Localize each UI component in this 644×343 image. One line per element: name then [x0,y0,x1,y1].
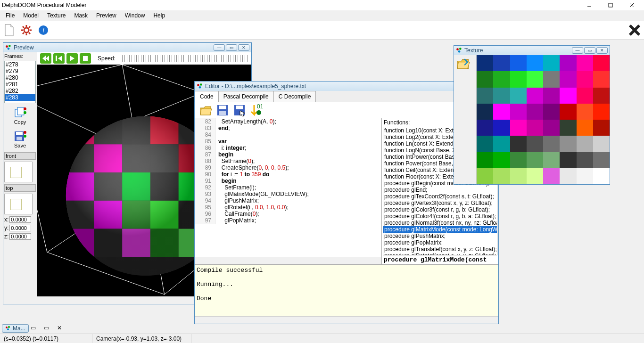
list-item[interactable]: #279 [5,68,35,74]
texture-swatch[interactable] [593,55,610,71]
step-back-button[interactable] [53,53,65,64]
list-item[interactable]: procedure glTexCoord2f(const s, t: GLflo… [383,193,497,200]
list-item[interactable]: procedure glMatrixMode(const mode: LongW… [383,226,497,233]
menu-help[interactable]: Help [149,11,169,20]
texture-swatch[interactable] [577,71,593,87]
tab-c[interactable]: C Decompile [273,91,316,102]
list-item[interactable]: procedure glEnd; [383,187,497,193]
save-button[interactable]: Save [4,129,36,150]
texture-swatch[interactable] [543,88,560,104]
texture-swatch[interactable] [510,120,527,136]
texture-maximize-button[interactable]: ▭ [584,47,595,54]
texture-swatch[interactable] [493,168,510,184]
list-item[interactable]: procedure glPopMatrix; [383,239,497,246]
texture-swatch[interactable] [477,88,493,104]
texture-swatch[interactable] [593,168,610,184]
texture-swatch[interactable] [560,71,576,87]
texture-swatch[interactable] [493,88,510,104]
coord-y-input[interactable] [9,225,31,231]
texture-swatch[interactable] [477,152,493,168]
texture-swatch[interactable] [577,104,593,120]
menu-window[interactable]: Window [121,11,149,20]
mask-restore-button[interactable]: ▭ [31,325,42,332]
texture-swatch[interactable] [510,55,527,71]
list-item[interactable]: #281 [5,81,35,88]
info-icon[interactable]: i [37,24,50,37]
open-texture-icon[interactable] [456,57,470,70]
texture-swatch[interactable] [543,55,560,71]
texture-swatch[interactable] [560,120,576,136]
minimap-top[interactable] [4,194,33,214]
tab-pascal[interactable]: Pascal Decompile [218,91,274,102]
list-item[interactable]: procedure glPushMatrix; [383,233,497,239]
texture-close-button[interactable]: ✕ [596,47,608,54]
copy-button[interactable]: Copy [4,105,36,127]
output-hscroll[interactable] [195,316,498,324]
texture-swatch[interactable] [560,88,576,104]
texture-swatch[interactable] [493,120,510,136]
texture-swatch[interactable] [527,71,543,87]
texture-swatch[interactable] [510,71,527,87]
speed-slider[interactable] [122,55,248,62]
open-folder-icon[interactable] [199,104,212,116]
save-icon[interactable] [216,104,229,116]
texture-swatch[interactable] [510,104,527,120]
texture-swatch[interactable] [493,71,510,87]
mask-title[interactable]: Ma... [2,324,29,333]
texture-swatch[interactable] [527,104,543,120]
frames-list[interactable]: #278 #279 #280 #281 #282 #283 [4,61,36,103]
main-close-button[interactable] [621,0,642,10]
texture-swatch[interactable] [593,71,610,87]
list-item[interactable]: procedure glTranslatef(const x, y, z: GL… [383,246,497,253]
code-editor[interactable]: 82 SetArrayLength(A, 0);83end;8485var86 … [195,118,381,257]
texture-swatch[interactable] [593,152,610,168]
code-hscroll[interactable] [195,257,381,264]
list-item[interactable]: #280 [5,74,35,81]
view-dropdown-top[interactable]: top [4,184,36,192]
texture-swatch[interactable] [543,104,560,120]
texture-swatch[interactable] [527,152,543,168]
menu-texture[interactable]: Texture [43,11,69,20]
texture-swatch[interactable] [527,120,543,136]
texture-swatch[interactable] [543,120,560,136]
texture-palette[interactable] [477,55,610,184]
texture-swatch[interactable] [577,55,593,71]
list-item[interactable]: #278 [5,61,35,68]
preview-minimize-button[interactable]: — [214,44,225,51]
texture-swatch[interactable] [510,168,527,184]
texture-swatch[interactable] [543,71,560,87]
gear-icon[interactable] [20,24,33,37]
texture-swatch[interactable] [560,168,576,184]
main-maximize-button[interactable] [600,0,621,10]
list-item[interactable]: #282 [5,88,35,94]
save-as-icon[interactable] [233,104,246,116]
stop-button[interactable] [80,53,91,64]
mask-maximize-button[interactable]: ▭ [44,325,55,332]
texture-swatch[interactable] [477,104,493,120]
texture-swatch[interactable] [577,168,593,184]
texture-swatch[interactable] [477,71,493,87]
menu-preview[interactable]: Preview [92,11,120,20]
texture-swatch[interactable] [560,55,576,71]
close-x-icon[interactable] [628,24,641,37]
menu-mask[interactable]: Mask [70,11,91,20]
texture-swatch[interactable] [493,136,510,152]
list-item[interactable]: procedure glColor3f(const r, g, b: GLflo… [383,206,497,213]
rewind-button[interactable] [40,53,51,64]
run-binary-icon[interactable]: 01 [250,104,263,116]
texture-swatch[interactable] [477,55,493,71]
minimap-front[interactable] [4,162,33,182]
texture-swatch[interactable] [577,152,593,168]
texture-swatch[interactable] [527,136,543,152]
texture-swatch[interactable] [527,88,543,104]
texture-swatch[interactable] [493,55,510,71]
texture-swatch[interactable] [477,120,493,136]
texture-swatch[interactable] [477,168,493,184]
coord-x-input[interactable] [9,216,31,223]
coord-z-input[interactable] [9,233,31,240]
texture-swatch[interactable] [560,104,576,120]
preview-maximize-button[interactable]: ▭ [226,44,237,51]
list-item[interactable]: procedure glVertex3f(const x, y, z: GLfl… [383,200,497,206]
menu-model[interactable]: Model [19,11,42,20]
texture-swatch[interactable] [543,168,560,184]
